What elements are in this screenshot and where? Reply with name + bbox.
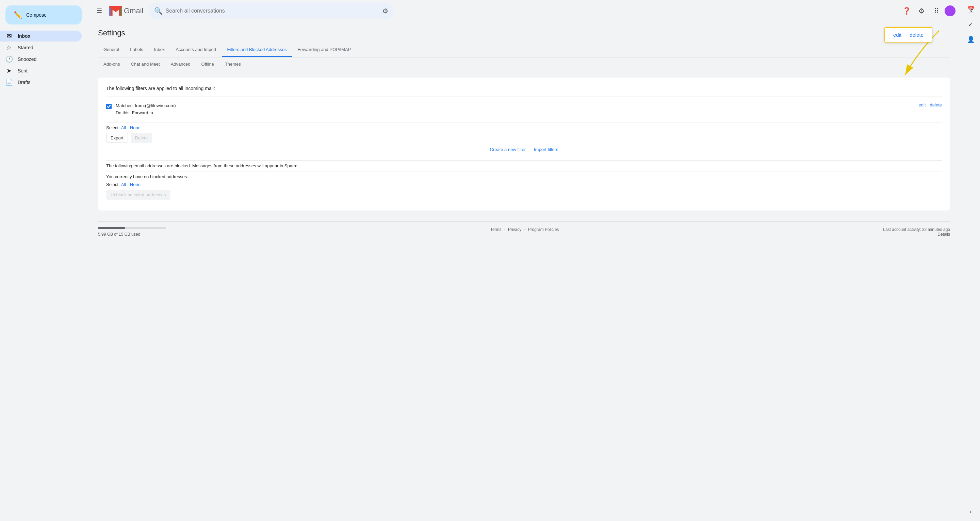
tab-advanced[interactable]: Advanced (165, 57, 196, 72)
import-filters-button[interactable]: Import filters (534, 147, 558, 152)
tooltip-popup: edit delete (885, 27, 932, 43)
details-link[interactable]: Details (937, 232, 950, 237)
gmail-wordmark: Gmail (124, 6, 143, 15)
tooltip-edit-button[interactable]: edit (893, 32, 901, 38)
snoozed-icon: 🕐 (5, 56, 12, 63)
right-panel-btn3[interactable]: 👤 (964, 33, 978, 46)
right-panel: 📅 ✓ 👤 › (961, 0, 980, 521)
filter-edit-button[interactable]: edit (919, 102, 926, 108)
tab-general[interactable]: General (98, 43, 124, 57)
calendar-icon: 📅 (967, 6, 975, 13)
filter-do-value: Forward to (132, 110, 153, 115)
main-area: ☰ Gmail 🔍 ⚙ ❓ ⚙ (87, 0, 961, 521)
filter-row: Matches: from:(@lifewire.com) Do this: F… (106, 100, 942, 119)
filter-options-icon[interactable]: ⚙ (382, 7, 388, 15)
storage-progress-fill (98, 227, 125, 229)
filter-do-label: Do this: (116, 110, 130, 115)
storage-text: 5.99 GB of 15 GB used (98, 232, 166, 237)
tab-forwarding[interactable]: Forwarding and POP/IMAP (292, 43, 356, 57)
blocked-select-row: Select: All , None (106, 182, 942, 187)
avatar[interactable] (945, 5, 956, 16)
help-button[interactable]: ❓ (900, 4, 913, 18)
policies-link[interactable]: Program Policies (528, 227, 559, 232)
footer-sep2: · (524, 227, 525, 232)
drafts-icon: 📄 (5, 79, 12, 86)
apps-button[interactable]: ⠿ (930, 4, 943, 18)
blocked-select-all-button[interactable]: All (121, 182, 126, 187)
filter-description: Matches: from:(@lifewire.com) Do this: F… (116, 102, 915, 117)
select-row: Select: All , None (106, 125, 942, 130)
compose-label: Compose (26, 12, 47, 18)
sidebar-item-label-sent: Sent (18, 68, 27, 73)
divider-top (106, 97, 942, 97)
search-icon: 🔍 (154, 7, 163, 15)
tab-chat[interactable]: Chat and Meet (125, 57, 165, 72)
tab-themes[interactable]: Themes (220, 57, 247, 72)
help-icon: ❓ (902, 7, 911, 15)
tooltip-delete-button[interactable]: delete (910, 32, 924, 38)
footer-links: Terms · Privacy · Program Policies (490, 227, 559, 232)
filter-btn-group: Export Delete (106, 133, 942, 143)
content-area: Settings General Labels Inbox Accounts a… (87, 22, 961, 521)
hamburger-icon: ☰ (97, 7, 102, 14)
filter-delete-button[interactable]: delete (930, 102, 942, 108)
filter-matches-value: from:(@lifewire.com) (135, 103, 176, 108)
select-all-button[interactable]: All (121, 125, 126, 130)
tab-offline[interactable]: Offline (196, 57, 220, 72)
filter-checkbox[interactable] (106, 104, 111, 109)
topbar: ☰ Gmail 🔍 ⚙ ❓ ⚙ (87, 0, 961, 22)
no-blocked-text: You currently have no blocked addresses. (106, 174, 942, 179)
blocked-select-none-button[interactable]: None (130, 182, 140, 187)
tab-inbox[interactable]: Inbox (149, 43, 170, 57)
sidebar-item-label-snoozed: Snoozed (18, 56, 37, 62)
select-separator: , (127, 125, 129, 130)
filter-links: Create a new filter Import filters (106, 147, 942, 152)
sidebar-item-inbox[interactable]: ✉ Inbox (0, 30, 82, 41)
blocked-section: The following email addresses are blocke… (106, 160, 942, 200)
create-filter-button[interactable]: Create a new filter (490, 147, 526, 152)
blocked-heading: The following email addresses are blocke… (106, 163, 942, 168)
divider-mid (106, 122, 942, 122)
last-activity-text: Last account activity: 22 minutes ago (883, 227, 950, 232)
filter-row-actions: edit delete (919, 102, 942, 108)
gmail-logo: Gmail (109, 6, 143, 16)
sidebar-item-sent[interactable]: ➤ Sent (0, 65, 82, 76)
delete-button: Delete (130, 133, 153, 143)
sidebar-item-drafts[interactable]: 📄 Drafts (0, 77, 82, 88)
tab-addons[interactable]: Add-ons (98, 57, 125, 72)
settings-tabs-row2: Add-ons Chat and Meet Advanced Offline T… (98, 57, 950, 72)
tasks-icon: ✓ (968, 21, 973, 28)
compose-icon: ✏️ (14, 11, 22, 19)
export-button[interactable]: Export (106, 133, 128, 143)
apps-grid-icon: ⠿ (934, 7, 939, 15)
search-bar: 🔍 ⚙ (149, 3, 394, 19)
right-panel-expand[interactable]: › (964, 505, 978, 518)
tab-accounts[interactable]: Accounts and Import (170, 43, 221, 57)
tab-filters[interactable]: Filters and Blocked Addresses (222, 43, 292, 57)
inbox-icon: ✉ (5, 32, 12, 40)
footer-sep1: · (504, 227, 505, 232)
compose-button[interactable]: ✏️ Compose (5, 5, 82, 24)
privacy-link[interactable]: Privacy (508, 227, 521, 232)
sidebar-item-starred[interactable]: ☆ Starred (0, 42, 82, 53)
right-panel-btn2[interactable]: ✓ (964, 18, 978, 31)
sidebar-item-label-inbox: Inbox (18, 33, 30, 39)
footer-activity: Last account activity: 22 minutes ago De… (883, 227, 950, 237)
select-label: Select: (106, 125, 120, 130)
divider-blocked-top (106, 160, 942, 160)
menu-button[interactable]: ☰ (92, 4, 106, 18)
terms-link[interactable]: Terms (490, 227, 501, 232)
filter-matches-label: Matches: (116, 103, 134, 108)
tab-labels[interactable]: Labels (124, 43, 148, 57)
select-none-button[interactable]: None (130, 125, 140, 130)
settings-button[interactable]: ⚙ (915, 4, 928, 18)
unblock-button: Unblock selected addresses (106, 190, 170, 200)
topbar-actions: ❓ ⚙ ⠿ (900, 4, 956, 18)
contacts-icon: 👤 (967, 36, 975, 43)
gear-icon: ⚙ (918, 7, 924, 15)
right-panel-btn1[interactable]: 📅 (964, 3, 978, 16)
sidebar-item-snoozed[interactable]: 🕐 Snoozed (0, 54, 82, 65)
star-icon: ☆ (5, 44, 12, 51)
search-input[interactable] (165, 8, 379, 14)
divider-blocked-mid (106, 171, 942, 172)
